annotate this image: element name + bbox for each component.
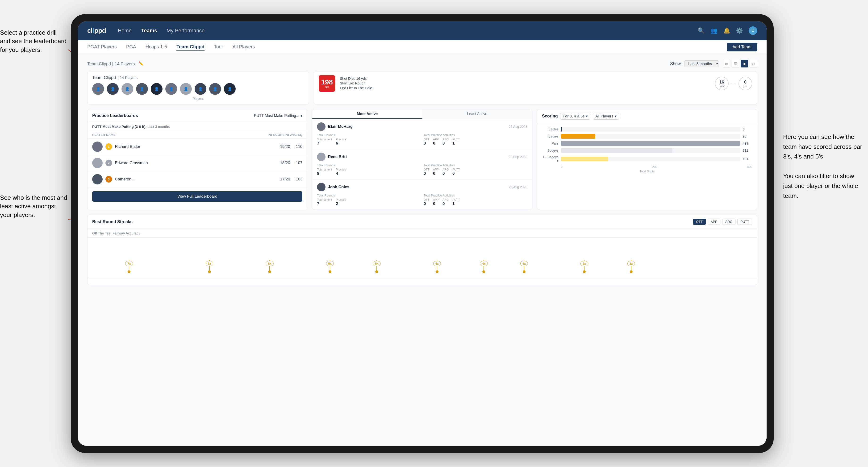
show-period-select[interactable]: Last 3 months: [684, 60, 719, 67]
subnav-hcaps[interactable]: Hcaps 1-5: [146, 43, 167, 51]
score-circles-row: 16 yds — 0 yds: [715, 76, 752, 90]
practice-leaderboards-card: Practice Leaderboards PUTT Must Make Put…: [87, 109, 307, 210]
tablet-screen: clippd Home Teams My Performance 🔍 👥 🔔 ⚙…: [78, 21, 767, 446]
subnav-pgat[interactable]: PGAT Players: [87, 43, 117, 51]
annotation-bottom-left: See who is the most and least active amo…: [0, 193, 68, 219]
bar-track-pars: [561, 141, 740, 146]
bar-value-birdies: 96: [743, 134, 752, 138]
circle1-unit: yds: [720, 85, 724, 88]
scoring-player-filter[interactable]: All Players ▾: [593, 113, 619, 120]
edit-icon[interactable]: ✏️: [138, 61, 144, 66]
bar-row-dbogeys: D. Bogeys + 131: [542, 155, 752, 163]
lb-name-2: Edward Crossman: [115, 161, 277, 165]
player-count-label: | 14 Players: [118, 76, 137, 80]
app-val-3: 0: [433, 201, 439, 206]
lb-score-3: 17/20: [280, 177, 290, 182]
leaderboard-title: Practice Leaderboards: [92, 113, 138, 118]
app-label-2: APP: [433, 168, 439, 171]
nav-link-teams[interactable]: Teams: [141, 27, 157, 35]
card-view-btn[interactable]: ▣: [741, 60, 748, 67]
app-label-3: APP: [433, 198, 439, 201]
tournament-item-1: Tournament 7: [317, 138, 332, 146]
putt-val-2: 0: [453, 171, 460, 176]
score-card-content: 198 SC Shot Dist: 16 yds Start Lie: Roug…: [314, 71, 757, 96]
search-icon[interactable]: 🔍: [698, 27, 705, 34]
practice-item-2: Practice 4: [336, 168, 346, 176]
nav-icons: 🔍 👥 🔔 ⚙️ U: [698, 26, 757, 35]
show-dropdown[interactable]: Show: Last 3 months: [670, 60, 719, 67]
player-avatar-4[interactable]: 👤: [136, 83, 148, 95]
chart-point-5x-1: 5x: [329, 260, 331, 273]
scoring-bar-chart: Eagles 3 Birdies 96: [537, 123, 757, 178]
bar-fill-birdies: [561, 134, 595, 139]
player-avatar-6[interactable]: 👤: [165, 83, 177, 95]
add-team-button[interactable]: Add Team: [727, 43, 757, 52]
player-avatar-7[interactable]: 👤: [180, 83, 192, 95]
app-item-3: APP 0: [433, 198, 439, 206]
streaks-putt-btn[interactable]: PUTT: [737, 219, 752, 225]
filter-view-btn[interactable]: ⊟: [750, 60, 757, 67]
practice-label-2: Practice: [336, 168, 346, 171]
tournament-val-3: 7: [317, 201, 332, 206]
putt-label-1: PUTT: [453, 138, 460, 141]
player-avatar-2[interactable]: 👤: [107, 83, 119, 95]
people-icon[interactable]: 👥: [710, 27, 717, 34]
user-avatar[interactable]: U: [749, 26, 757, 35]
pac-avatar-3: [317, 183, 326, 191]
leaderboard-card-header: Practice Leaderboards PUTT Must Make Put…: [88, 110, 307, 122]
putt-item-1: PUTT 1: [453, 138, 460, 146]
start-lie-label: Start Lie: Rough: [340, 81, 710, 85]
player-avatar-5[interactable]: 👤: [151, 83, 162, 95]
bar-label-birdies: Birdies: [542, 134, 559, 138]
nav-logo: clippd: [87, 27, 106, 34]
streaks-arg-btn[interactable]: ARG: [722, 219, 736, 225]
app-item-1: APP 0: [433, 138, 439, 146]
bell-icon[interactable]: 🔔: [723, 27, 730, 34]
player-avatar-8[interactable]: 👤: [195, 83, 206, 95]
subnav-tour[interactable]: Tour: [214, 43, 223, 51]
nav-link-performance[interactable]: My Performance: [166, 27, 205, 35]
tournament-label-3: Tournament: [317, 198, 332, 201]
bar-track-birdies: [561, 134, 740, 139]
chart-point-4x-2: 4x: [483, 260, 485, 273]
total-practice-label-3: Total Practice Activities: [424, 194, 527, 197]
list-view-btn[interactable]: ☰: [732, 60, 739, 67]
streaks-app-btn[interactable]: APP: [708, 219, 720, 225]
tournament-item-3: Tournament 7: [317, 198, 332, 206]
team-title: Team Clippd | 14 Players: [87, 61, 135, 66]
streaks-ott-btn[interactable]: OTT: [693, 219, 706, 225]
player-avatar-9[interactable]: 👤: [209, 83, 221, 95]
scoring-par-filter[interactable]: Par 3, 4 & 5s ▾: [560, 113, 591, 120]
arg-val-1: 0: [442, 141, 448, 146]
app-label-1: APP: [433, 138, 439, 141]
player-avatar-10[interactable]: 👤: [224, 83, 236, 95]
lb-name-3: Cameron...: [115, 177, 277, 182]
leaderboard-row: 3 Cameron... 17/20 103: [88, 171, 307, 187]
practice-val-2: 4: [336, 171, 346, 176]
chevron-down-icon: ▾: [301, 114, 302, 118]
avatars-row: 👤 👤 👤 👤 👤 👤 👤 👤 👤 👤: [92, 83, 304, 95]
chart-footer: Total Shots: [542, 168, 752, 174]
subnav-team-clippd[interactable]: Team Clippd: [177, 43, 205, 51]
lb-rank-3: 3: [105, 176, 112, 183]
streaks-chart: 7x 6x 6x 5x: [88, 238, 757, 285]
top-section: Team Clippd | 14 Players 👤 👤 👤 👤 👤 👤 👤 👤…: [87, 71, 757, 104]
players-label: Players: [92, 97, 304, 100]
most-active-tab[interactable]: Most Active: [312, 110, 422, 119]
least-active-tab[interactable]: Least Active: [422, 110, 532, 119]
chart-point-6x-1: 6x: [208, 260, 211, 273]
arg-val-3: 0: [442, 201, 448, 206]
practice-activity-values-2: OTT 0 APP 0 ARG 0: [424, 168, 527, 176]
nav-link-home[interactable]: Home: [118, 27, 132, 35]
grid-view-btn[interactable]: ⊞: [723, 60, 730, 67]
subnav-all-players[interactable]: All Players: [232, 43, 255, 51]
player-avatar-1[interactable]: 👤: [92, 83, 104, 95]
scoring-card-header: Scoring Par 3, 4 & 5s ▾ All Players ▾: [537, 110, 757, 123]
player-avatar-3[interactable]: 👤: [121, 83, 133, 95]
pac-avatar-2: [317, 153, 326, 161]
subnav-pga[interactable]: PGA: [126, 43, 136, 51]
pac-avatar-1: [317, 122, 326, 131]
leaderboard-dropdown[interactable]: PUTT Must Make Putting... ▾: [254, 114, 303, 118]
view-leaderboard-button[interactable]: View Full Leaderboard: [92, 191, 302, 201]
settings-icon[interactable]: ⚙️: [736, 27, 743, 34]
